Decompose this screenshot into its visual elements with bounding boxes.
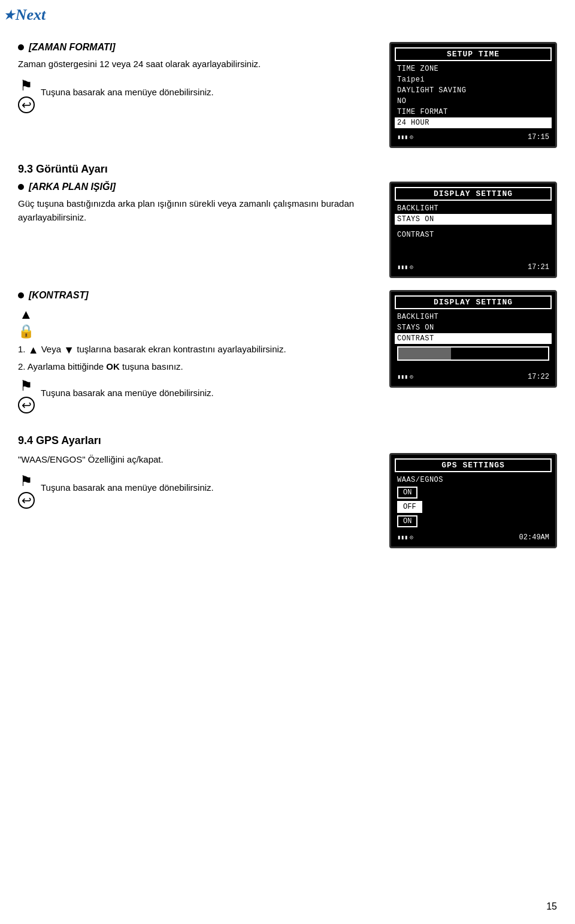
nav-icon-row-1: ⚑ ↩ Tuşuna basarak ana menüye dönebilirs…: [18, 77, 371, 113]
ds2-backlight: BACKLIGHT: [395, 312, 552, 322]
back-icon-2: ↩: [18, 397, 35, 413]
flag-icon: ⚑: [20, 77, 33, 94]
up-icon-inline: ▲: [28, 344, 39, 356]
kontrast-step1: 1. ▲ Veya ▼ tuşlarına basarak ekran kont…: [18, 344, 371, 357]
contrast-bar-fill: [398, 348, 451, 360]
kontrast-step1-text2: tuşlarına basarak ekran kontrastını ayar…: [77, 344, 286, 354]
setup-time-status: ▮▮▮ ⊙ 17:15: [395, 132, 552, 143]
bullet-dot: [18, 44, 24, 50]
row-taipei: Taipei: [395, 74, 552, 85]
gps-off-label: OFF: [397, 501, 422, 513]
ds1-stays-on: STAYS ON: [395, 214, 552, 225]
gps-off: OFF: [395, 500, 552, 514]
down-icon-inline: ▼: [63, 344, 74, 356]
ds1-backlight: BACKLIGHT: [395, 203, 552, 214]
setup-time-clock: 17:15: [528, 133, 549, 141]
display-setting-2-screen: DISPLAY SETTING BACKLIGHT STAYS ON CONTR…: [389, 290, 557, 388]
display-setting-2-title: DISPLAY SETTING: [395, 295, 552, 309]
battery-signal-3: ▮▮▮ ⊙: [397, 373, 413, 381]
gps-on-label: ON: [397, 487, 417, 499]
gps-settings-clock: 02:49AM: [519, 533, 549, 542]
kontrast-step2: 2. Ayarlama bittiğinde OK tuşuna basınız…: [18, 361, 371, 372]
back-icon: ↩: [18, 96, 35, 113]
setup-time-title: SETUP TIME: [395, 47, 552, 61]
page-number: 15: [546, 901, 557, 912]
nav-instruction-2: Tuşuna basarak ana menüye dönebilirsiniz…: [41, 386, 214, 400]
signal-icon-4: ⊙: [410, 534, 413, 541]
ds2-stays-on: STAYS ON: [395, 322, 552, 333]
kontrast-step2-text: Ayarlama bittiğinde OK tuşuna basınız.: [28, 361, 183, 372]
display-setting-2-clock: 17:22: [528, 373, 549, 381]
gps-section: "WAAS/ENGOS" Özelliğini aç/kapat. ⚑ ↩ Tu…: [18, 453, 371, 515]
gps-settings-title: GPS SETTINGS: [395, 458, 552, 472]
back-icon-3: ↩: [18, 492, 35, 509]
flag-icon-3: ⚑: [20, 473, 33, 490]
signal-icon-2: ⊙: [410, 264, 413, 271]
gps-settings-screen: GPS SETTINGS WAAS/EGNOS ON OFF ON ▮▮▮ ⊙ …: [389, 453, 557, 548]
battery-icon-3: ▮▮▮: [397, 373, 408, 381]
gps-settings-status: ▮▮▮ ⊙ 02:49AM: [395, 532, 552, 543]
battery-signal-4: ▮▮▮ ⊙: [397, 534, 413, 541]
gps-on-1: ON: [395, 485, 552, 500]
display-setting-1-title: DISPLAY SETTING: [395, 187, 552, 201]
display-setting-1-screen: DISPLAY SETTING BACKLIGHT STAYS ON CONTR…: [389, 182, 557, 278]
display-setting-1-status: ▮▮▮ ⊙ 17:21: [395, 262, 552, 273]
battery-signal: ▮▮▮ ⊙: [397, 134, 413, 141]
nav-icon-row-2: ⚑ ↩ Tuşuna basarak ana menüye dönebilirs…: [18, 378, 371, 413]
zaman-formati-heading: [ZAMAN FORMATI]: [29, 42, 116, 53]
display-setting-2-status: ▮▮▮ ⊙ 17:22: [395, 372, 552, 382]
nav-instruction-3: Tuşuna basarak ana menüye dönebilirsiniz…: [41, 481, 214, 495]
kontrast-heading: [KONTRAST]: [29, 290, 89, 301]
header-logo: ★ Next: [0, 0, 49, 30]
zaman-formati-body: Zaman göstergesini 12 veya 24 saat olara…: [18, 58, 371, 71]
contrast-bar: [397, 346, 549, 361]
arka-plan-body: Güç tuşuna bastığınızda arka plan ışığın…: [18, 197, 371, 224]
flag-icon-2: ⚑: [20, 378, 33, 394]
section-9-4-heading: 9.4 GPS Ayarları: [18, 434, 557, 447]
arka-plan-heading: [ARKA PLAN IŞIĞI]: [29, 182, 116, 192]
bullet-dot-3: [18, 292, 24, 298]
signal-icon: ⊙: [410, 134, 413, 141]
gps-on-label-2: ON: [397, 515, 417, 527]
kontrast-step1-text: Veya: [41, 344, 64, 354]
signal-icon-3: ⊙: [410, 373, 413, 381]
display-setting-1-clock: 17:21: [528, 263, 549, 271]
ds2-contrast: CONTRAST: [395, 333, 552, 344]
zaman-formati-section: [ZAMAN FORMATI] Zaman göstergesini 12 ve…: [18, 42, 371, 148]
gps-waas-label: WAAS/EGNOS: [395, 475, 552, 485]
section-9-3-heading: 9.3 Görüntü Ayarı: [18, 163, 557, 176]
battery-icon-2: ▮▮▮: [397, 264, 408, 271]
arka-plan-section: [ARKA PLAN IŞIĞI] Güç tuşuna bastığınızd…: [18, 182, 371, 278]
logo-star: ★: [4, 8, 14, 22]
battery-icon-4: ▮▮▮: [397, 534, 408, 541]
logo-text: Next: [16, 6, 46, 24]
kontrast-section: [KONTRAST] ▲ 🔒 1. ▲ Veya ▼ tuşlarına bas…: [18, 290, 371, 419]
bullet-dot-2: [18, 184, 24, 190]
gps-body: "WAAS/ENGOS" Özelliğini aç/kapat.: [18, 453, 371, 467]
row-no: NO: [395, 96, 552, 107]
row-time-zone: TIME ZONE: [395, 64, 552, 74]
row-daylight-saving: DAYLIGHT SAVING: [395, 85, 552, 96]
setup-time-screen: SETUP TIME TIME ZONE Taipei DAYLIGHT SAV…: [389, 42, 557, 148]
ds1-contrast: CONTRAST: [395, 230, 552, 240]
nav-icon-row-3: ⚑ ↩ Tuşuna basarak ana menüye dönebilirs…: [18, 473, 371, 509]
row-time-format: TIME FORMAT: [395, 107, 552, 117]
up-arrow-icon: ▲: [20, 307, 33, 322]
battery-signal-2: ▮▮▮ ⊙: [397, 264, 413, 271]
nav-instruction-1: Tuşuna basarak ana menüye dönebilirsiniz…: [41, 86, 214, 99]
gps-on-2: ON: [395, 514, 552, 529]
row-24-hour: 24 HOUR: [395, 117, 552, 128]
lock-icon: 🔒: [18, 324, 34, 339]
battery-icon: ▮▮▮: [397, 134, 408, 141]
